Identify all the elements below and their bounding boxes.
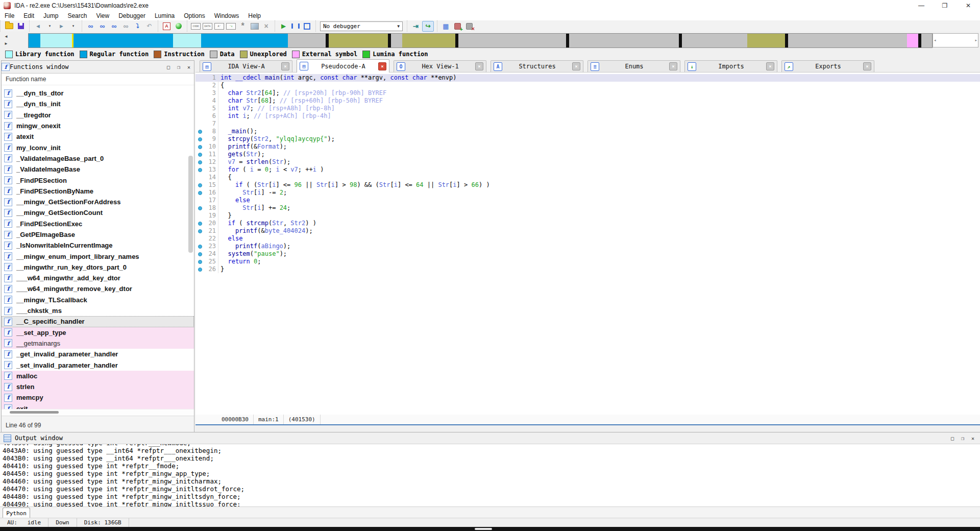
breakpoint-dot[interactable]	[198, 268, 202, 272]
menu-item-options[interactable]: Options	[179, 12, 209, 19]
breakpoint-dot[interactable]	[198, 229, 202, 233]
menu-item-debugger[interactable]: Debugger	[114, 12, 150, 19]
debugger-select[interactable]: No debugger▼	[320, 21, 403, 31]
breakpoint-gutter[interactable]	[195, 197, 204, 204]
function-row[interactable]: fmy_lconv_init	[2, 142, 194, 153]
search-disabled-icon[interactable]: ∞	[120, 21, 131, 31]
save-icon[interactable]	[15, 21, 26, 31]
tab-close-icon[interactable]: ×	[669, 62, 677, 70]
function-row[interactable]: f__dyn_tls_init	[2, 99, 194, 109]
breakpoint-gutter[interactable]	[195, 212, 204, 220]
jump-back-icon[interactable]: ↶	[144, 21, 155, 31]
tab-close-icon[interactable]: ×	[281, 62, 289, 70]
function-row[interactable]: f__mingw_TLScallback	[2, 295, 194, 305]
function-row[interactable]: f___chkstk_ms	[2, 305, 194, 316]
make-data-icon[interactable]: DATA	[202, 21, 213, 31]
lumina-push-icon[interactable]	[452, 21, 463, 31]
function-row[interactable]: f___w64_mingwthr_remove_key_dtor	[2, 283, 194, 294]
code-line[interactable]: 19 }	[195, 212, 980, 220]
problems-list-icon[interactable]: A	[161, 21, 172, 31]
function-row[interactable]: f__set_app_type	[2, 327, 194, 338]
code-line[interactable]: 18 Str[i] += 24;	[195, 204, 980, 212]
menu-item-view[interactable]: View	[91, 12, 114, 19]
breakpoint-dot[interactable]	[198, 260, 202, 264]
output-window-header[interactable]: Output window □ ❐ ✕	[0, 432, 980, 444]
code-line[interactable]: 20 if ( strcmp(Str, Str2) )	[195, 220, 980, 227]
function-row[interactable]: f__mingw_GetSectionForAddress	[2, 197, 194, 207]
code-line[interactable]: 25 return 0;	[195, 258, 980, 266]
function-row[interactable]: f_ValidateImageBase_part_0	[2, 153, 194, 164]
code-line[interactable]: 22 else	[195, 235, 980, 243]
output-close-icon[interactable]: ✕	[968, 433, 978, 443]
make-string-icon[interactable]: A'	[214, 21, 225, 31]
close-button[interactable]: ✕	[957, 0, 980, 11]
code-line[interactable]: 17 else	[195, 197, 980, 204]
breakpoint-dot[interactable]	[198, 145, 202, 149]
step-into-icon[interactable]: ⇥	[410, 21, 421, 31]
function-row[interactable]: f_IsNonwritableInCurrentImage	[2, 240, 194, 251]
tab-close-icon[interactable]: ×	[378, 62, 386, 70]
breakpoint-dot[interactable]	[198, 252, 202, 256]
function-row[interactable]: fatexit	[2, 131, 194, 142]
search-text-icon[interactable]: ∞	[97, 21, 108, 31]
function-row[interactable]: fmalloc	[2, 371, 194, 381]
breakpoint-dot[interactable]	[198, 183, 202, 187]
breakpoint-gutter[interactable]	[195, 97, 204, 105]
function-name-column-header[interactable]: Function name	[2, 74, 194, 85]
function-row[interactable]: f___w64_mingwthr_add_key_dtor	[2, 273, 194, 283]
code-line[interactable]: 3 char Str2[64]; // [rsp+20h] [rbp-90h] …	[195, 89, 980, 97]
function-row[interactable]: fexit	[2, 403, 194, 409]
code-line[interactable]: 6 int i; // [rsp+ACh] [rbp-4h]	[195, 112, 980, 120]
tab-structures[interactable]: AStructures×	[491, 60, 583, 72]
tab-close-icon[interactable]: ×	[863, 62, 871, 70]
open-file-icon[interactable]	[4, 21, 14, 31]
menu-item-search[interactable]: Search	[63, 12, 91, 19]
code-line[interactable]: 5 int v7; // [rsp+A8h] [rbp-8h]	[195, 105, 980, 112]
breakpoint-gutter[interactable]	[195, 143, 204, 151]
debug-stop-icon[interactable]	[302, 21, 312, 31]
breakpoint-gutter[interactable]	[195, 204, 204, 212]
breakpoint-dot[interactable]	[198, 168, 202, 172]
make-anterior-icon[interactable]: *	[237, 21, 248, 31]
debug-run-icon[interactable]: ▶	[278, 21, 289, 31]
delete-item-icon[interactable]: ×	[261, 21, 272, 31]
forward-icon[interactable]: ►	[56, 21, 67, 31]
breakpoint-dot[interactable]	[198, 191, 202, 195]
menu-item-edit[interactable]: Edit	[19, 12, 39, 19]
breakpoint-gutter[interactable]	[195, 258, 204, 266]
code-line[interactable]: 11 gets(Str);	[195, 151, 980, 158]
code-line[interactable]: 1int __cdecl main(int argc, const char *…	[195, 74, 980, 82]
back-menu-icon[interactable]: ▾	[44, 21, 55, 31]
function-row[interactable]: f_FindPESection	[2, 175, 194, 185]
tab-imports[interactable]: ↓Imports×	[684, 60, 777, 72]
python-cli-tab[interactable]: Python	[3, 508, 30, 518]
breakpoint-gutter[interactable]	[195, 89, 204, 97]
make-name-icon[interactable]: 's	[226, 21, 236, 31]
breakpoint-dot[interactable]	[198, 206, 202, 210]
tab-enums[interactable]: ≡Enums×	[587, 60, 680, 72]
jump-address-icon[interactable]: ⤵	[132, 21, 143, 31]
tab-close-icon[interactable]: ×	[766, 62, 774, 70]
code-line[interactable]: 4 char Str[68]; // [rsp+60h] [rbp-50h] B…	[195, 97, 980, 105]
band-zoom-box[interactable]: ◂▸	[933, 33, 978, 47]
breakpoint-gutter[interactable]	[195, 74, 204, 82]
breakpoint-gutter[interactable]	[195, 235, 204, 243]
function-row[interactable]: fmingw_onexit	[2, 120, 194, 131]
horizontal-scrollbar-thumb[interactable]	[10, 411, 59, 414]
code-line[interactable]: 24 system("pause");	[195, 250, 980, 258]
breakpoint-gutter[interactable]	[195, 120, 204, 128]
breakpoint-gutter[interactable]	[195, 227, 204, 235]
function-row[interactable]: f_set_invalid_parameter_handler	[2, 359, 194, 370]
code-line[interactable]: 16 Str[i] -= 2;	[195, 189, 980, 197]
code-line[interactable]: 13 for ( i = 0; i < v7; ++i )	[195, 166, 980, 174]
menu-item-lumina[interactable]: Lumina	[150, 12, 179, 19]
output-log[interactable]: 404390: using guessed type int *refptr__…	[0, 444, 980, 506]
tab-close-icon[interactable]: ×	[475, 62, 483, 70]
breakpoint-gutter[interactable]	[195, 181, 204, 189]
debug-pause-icon[interactable]	[290, 21, 301, 31]
breakpoint-gutter[interactable]	[195, 174, 204, 181]
output-float-icon[interactable]: ❐	[958, 433, 968, 443]
code-line[interactable]: 23 printf(aBingo);	[195, 243, 980, 250]
code-line[interactable]: 21 printf(&byte_404024);	[195, 227, 980, 235]
panel-close-icon[interactable]: ✕	[184, 62, 194, 72]
